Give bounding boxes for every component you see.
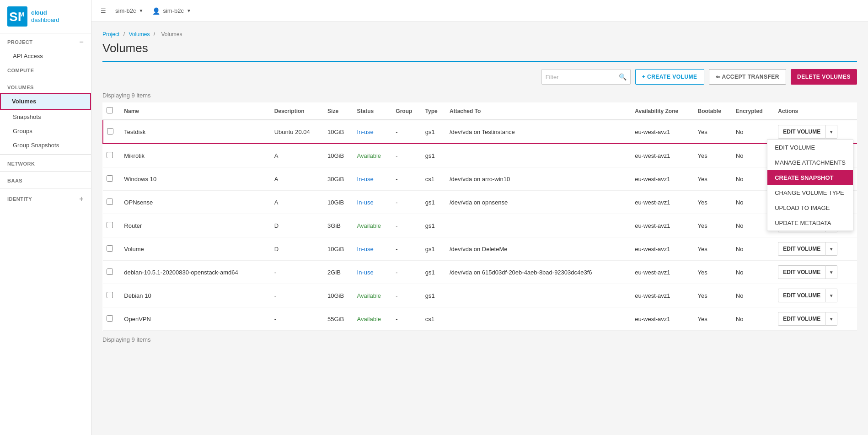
menu-icon-button[interactable]: ☰ bbox=[101, 7, 106, 14]
row-bootable: Yes bbox=[694, 237, 732, 261]
row-checkbox[interactable] bbox=[107, 199, 113, 205]
user-selector-label: sim-b2c bbox=[163, 7, 184, 14]
dropdown-item[interactable]: CREATE SNAPSHOT bbox=[767, 170, 853, 185]
row-name: Router bbox=[120, 214, 270, 237]
sidebar-network-section[interactable]: NETWORK bbox=[0, 156, 91, 169]
row-description: D bbox=[271, 214, 324, 237]
row-group: - bbox=[392, 144, 421, 167]
filter-input[interactable] bbox=[546, 74, 619, 81]
row-checkbox[interactable] bbox=[107, 315, 113, 322]
edit-volume-button[interactable]: EDIT VOLUME bbox=[778, 289, 825, 302]
row-checkbox[interactable] bbox=[107, 292, 113, 298]
row-bootable: Yes bbox=[694, 261, 732, 284]
table-row: Router D 3GiB Available - gs1 eu-west-av… bbox=[103, 214, 857, 237]
row-description: - bbox=[271, 307, 324, 331]
row-status: In-use bbox=[354, 167, 392, 191]
breadcrumb-sep1: / bbox=[123, 31, 125, 38]
col-name: Name bbox=[120, 102, 270, 120]
row-attached-to: /dev/vda on Testinstance bbox=[446, 120, 631, 144]
sidebar-compute-section[interactable]: COMPUTE bbox=[0, 63, 91, 76]
displaying-top: Displaying 9 items bbox=[102, 92, 857, 99]
breadcrumb-current: Volumes bbox=[161, 31, 182, 38]
col-status: Status bbox=[354, 102, 392, 120]
row-name: Windows 10 bbox=[120, 167, 270, 191]
sidebar: SI M cloud dashboard PROJECT − API Acces… bbox=[0, 0, 91, 435]
row-actions: EDIT VOLUME ▼ EDIT VOLUME MANAGE ATTACHM… bbox=[774, 120, 857, 144]
sidebar-item-snapshots[interactable]: Snapshots bbox=[0, 110, 91, 124]
row-bootable: Yes bbox=[694, 284, 732, 307]
action-caret-button[interactable]: ▼ bbox=[825, 125, 837, 139]
user-selector[interactable]: 👤 sim-b2c ▼ bbox=[152, 7, 191, 15]
sidebar-identity-section[interactable]: IDENTITY + bbox=[0, 190, 91, 206]
dropdown-item[interactable]: EDIT VOLUME bbox=[767, 140, 853, 155]
row-description: Ubuntu 20.04 bbox=[271, 120, 324, 144]
edit-volume-button[interactable]: EDIT VOLUME bbox=[778, 242, 825, 256]
row-encrypted: No bbox=[732, 307, 774, 331]
row-az: eu-west-avz1 bbox=[631, 144, 694, 167]
sidebar-baas-section[interactable]: BAAS bbox=[0, 173, 91, 186]
create-volume-button[interactable]: + CREATE VOLUME bbox=[635, 69, 704, 85]
row-type: gs1 bbox=[422, 214, 446, 237]
row-checkbox[interactable] bbox=[107, 269, 113, 275]
edit-volume-button[interactable]: EDIT VOLUME bbox=[778, 125, 825, 139]
delete-volumes-button[interactable]: DELETE VOLUMES bbox=[791, 69, 857, 85]
action-wrap: EDIT VOLUME ▼ bbox=[778, 265, 853, 279]
col-description: Description bbox=[271, 102, 324, 120]
table-row: Mikrotik A 10GiB Available - gs1 eu-west… bbox=[103, 144, 857, 167]
action-caret-button[interactable]: ▼ bbox=[825, 265, 837, 279]
action-caret-button[interactable]: ▼ bbox=[825, 242, 837, 256]
action-caret-button[interactable]: ▼ bbox=[825, 289, 837, 302]
row-checkbox[interactable] bbox=[107, 152, 113, 158]
edit-volume-button[interactable]: EDIT VOLUME bbox=[778, 312, 825, 326]
sidebar-volumes-section[interactable]: VOLUMES bbox=[0, 80, 91, 93]
table-header-row: Name Description Size Status Group Type … bbox=[103, 102, 857, 120]
sidebar-item-groups[interactable]: Groups bbox=[0, 124, 91, 138]
row-actions: EDIT VOLUME ▼ bbox=[774, 307, 857, 331]
row-az: eu-west-avz1 bbox=[631, 191, 694, 214]
row-size: 10GiB bbox=[324, 120, 354, 144]
action-wrap: EDIT VOLUME ▼ EDIT VOLUME MANAGE ATTACHM… bbox=[778, 125, 853, 139]
row-status: Available bbox=[354, 284, 392, 307]
logo-area: SI M cloud dashboard bbox=[0, 0, 91, 33]
row-checkbox[interactable] bbox=[107, 175, 113, 182]
row-bootable: Yes bbox=[694, 144, 732, 167]
row-description: A bbox=[271, 167, 324, 191]
row-az: eu-west-avz1 bbox=[631, 284, 694, 307]
dropdown-item[interactable]: UPDATE METADATA bbox=[767, 215, 853, 231]
divider2 bbox=[0, 154, 91, 155]
status-badge: In-use bbox=[357, 269, 374, 276]
status-badge: In-use bbox=[357, 199, 374, 206]
row-attached-to: /dev/vda on arro-win10 bbox=[446, 167, 631, 191]
row-type: gs1 bbox=[422, 144, 446, 167]
row-checkbox-cell bbox=[103, 144, 120, 167]
row-status: Available bbox=[354, 307, 392, 331]
dropdown-item[interactable]: MANAGE ATTACHMENTS bbox=[767, 155, 853, 170]
dropdown-item[interactable]: UPLOAD TO IMAGE bbox=[767, 200, 853, 215]
row-bootable: Yes bbox=[694, 307, 732, 331]
action-caret-button[interactable]: ▼ bbox=[825, 312, 837, 326]
breadcrumb-volumes[interactable]: Volumes bbox=[129, 31, 150, 38]
row-checkbox[interactable] bbox=[107, 222, 113, 228]
action-wrap: EDIT VOLUME ▼ bbox=[778, 289, 853, 302]
breadcrumb-project[interactable]: Project bbox=[102, 31, 119, 38]
sidebar-item-group-snapshots[interactable]: Group Snapshots bbox=[0, 138, 91, 152]
project-selector[interactable]: sim-b2c ▼ bbox=[115, 7, 143, 14]
row-checkbox-cell bbox=[103, 284, 120, 307]
row-checkbox[interactable] bbox=[107, 245, 113, 252]
row-type: gs1 bbox=[422, 191, 446, 214]
sidebar-project-section[interactable]: PROJECT − bbox=[0, 33, 91, 49]
row-type: gs1 bbox=[422, 284, 446, 307]
filter-input-wrap[interactable]: 🔍 bbox=[541, 69, 631, 85]
logo-cloud-text: cloud bbox=[31, 9, 59, 16]
dropdown-item[interactable]: CHANGE VOLUME TYPE bbox=[767, 185, 853, 200]
sidebar-item-api-access[interactable]: API Access bbox=[0, 49, 91, 63]
row-checkbox[interactable] bbox=[107, 128, 113, 134]
divider bbox=[0, 78, 91, 78]
sidebar-item-volumes[interactable]: Volumes bbox=[0, 93, 91, 110]
edit-volume-button[interactable]: EDIT VOLUME bbox=[778, 265, 825, 279]
accept-transfer-button[interactable]: ⇐ ACCEPT TRANSFER bbox=[709, 69, 786, 85]
select-all-checkbox[interactable] bbox=[107, 107, 113, 113]
row-group: - bbox=[392, 214, 421, 237]
row-bootable: Yes bbox=[694, 120, 732, 144]
row-group: - bbox=[392, 191, 421, 214]
